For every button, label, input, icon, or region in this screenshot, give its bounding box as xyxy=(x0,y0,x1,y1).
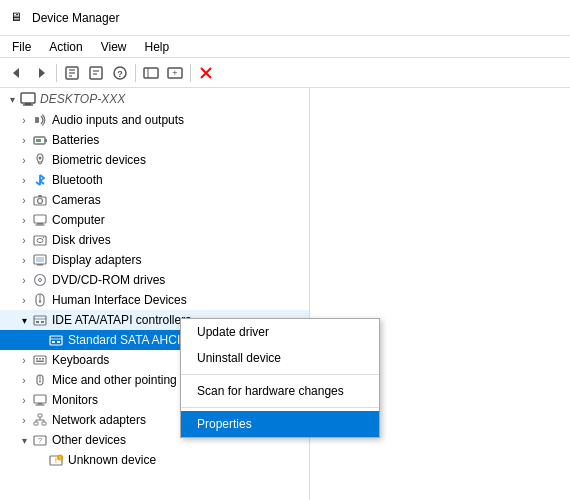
diskdrives-label: Disk drives xyxy=(52,233,111,247)
expand-icon: ▾ xyxy=(16,315,32,326)
expand-icon: › xyxy=(16,155,32,166)
biometric-icon xyxy=(32,152,48,168)
computer-icon xyxy=(32,212,48,228)
context-scan-hardware[interactable]: Scan for hardware changes xyxy=(181,378,379,404)
svg-rect-59 xyxy=(34,395,46,403)
tree-item-displayadapters[interactable]: › Display adapters xyxy=(0,250,309,270)
svg-rect-47 xyxy=(50,336,62,345)
menu-action[interactable]: Action xyxy=(41,39,90,55)
tree-item-batteries[interactable]: › Batteries xyxy=(0,130,309,150)
keyboards-label: Keyboards xyxy=(52,353,109,367)
expand-icon: › xyxy=(16,395,32,406)
svg-point-32 xyxy=(37,239,43,243)
batteries-icon xyxy=(32,132,48,148)
ide-icon xyxy=(32,312,48,328)
svg-point-33 xyxy=(43,237,45,239)
svg-point-58 xyxy=(39,381,41,383)
expand-icon: › xyxy=(16,255,32,266)
audio-label: Audio inputs and outputs xyxy=(52,113,184,127)
tree-item-dvdrom[interactable]: › DVD/CD-ROM drives xyxy=(0,270,309,290)
title-bar: 🖥 Device Manager xyxy=(0,0,570,36)
tree-panel[interactable]: ▾ DESKTOP-XXX › Audio inputs xyxy=(0,88,310,500)
svg-rect-20 xyxy=(35,117,39,123)
svg-rect-46 xyxy=(41,321,44,323)
expand-icon: › xyxy=(16,115,32,126)
svg-rect-35 xyxy=(37,264,43,266)
tree-item-hid[interactable]: › Human Interface Devices xyxy=(0,290,309,310)
svg-rect-54 xyxy=(42,358,44,360)
tree-item-bluetooth[interactable]: › Bluetooth xyxy=(0,170,309,190)
svg-rect-64 xyxy=(42,422,46,425)
expand-icon: › xyxy=(16,415,32,426)
tree-item-cameras[interactable]: › Cameras xyxy=(0,190,309,210)
dvdrom-label: DVD/CD-ROM drives xyxy=(52,273,165,287)
menu-view[interactable]: View xyxy=(93,39,135,55)
svg-rect-63 xyxy=(34,422,38,425)
scan-button[interactable] xyxy=(140,62,162,84)
svg-rect-51 xyxy=(34,356,46,364)
update-button[interactable] xyxy=(85,62,107,84)
other-label: Other devices xyxy=(52,433,126,447)
expand-icon: › xyxy=(16,215,32,226)
cameras-label: Cameras xyxy=(52,193,101,207)
other-icon: ? xyxy=(32,432,48,448)
svg-rect-11 xyxy=(144,68,158,78)
tree-item-diskdrives[interactable]: › Disk drives xyxy=(0,230,309,250)
svg-rect-43 xyxy=(34,316,46,325)
root-expand-icon: ▾ xyxy=(4,94,20,105)
svg-marker-0 xyxy=(13,68,19,78)
separator-2 xyxy=(135,64,136,82)
menu-bar: File Action View Help xyxy=(0,36,570,58)
add-button[interactable]: + xyxy=(164,62,186,84)
expand-icon: › xyxy=(16,275,32,286)
context-uninstall-device[interactable]: Uninstall device xyxy=(181,345,379,371)
help-button[interactable]: ? xyxy=(109,62,131,84)
svg-text:?: ? xyxy=(117,69,123,79)
tree-item-unknown[interactable]: ! ! Unknown device xyxy=(0,450,309,470)
network-label: Network adapters xyxy=(52,413,146,427)
computer-root-icon xyxy=(20,91,36,107)
back-button[interactable] xyxy=(6,62,28,84)
displayadapters-icon xyxy=(32,252,48,268)
svg-rect-50 xyxy=(57,341,60,343)
context-update-driver[interactable]: Update driver xyxy=(181,319,379,345)
dvdrom-icon xyxy=(32,272,48,288)
svg-point-38 xyxy=(39,279,42,282)
menu-help[interactable]: Help xyxy=(137,39,178,55)
svg-rect-28 xyxy=(34,215,46,223)
context-menu: Update driver Uninstall device Scan for … xyxy=(180,318,380,438)
ide-label: IDE ATA/ATAPI controllers xyxy=(52,313,191,327)
remove-button[interactable] xyxy=(195,62,217,84)
computer-label: Computer xyxy=(52,213,105,227)
network-icon xyxy=(32,412,48,428)
tree-item-biometric[interactable]: › Biometric devices xyxy=(0,150,309,170)
toolbar: ? + xyxy=(0,58,570,88)
svg-rect-53 xyxy=(39,358,41,360)
keyboards-icon xyxy=(32,352,48,368)
separator-1 xyxy=(56,64,57,82)
hid-label: Human Interface Devices xyxy=(52,293,187,307)
svg-rect-17 xyxy=(21,93,35,103)
displayadapters-label: Display adapters xyxy=(52,253,141,267)
svg-rect-62 xyxy=(38,414,42,417)
audio-icon xyxy=(32,112,48,128)
tree-item-computer[interactable]: › Computer xyxy=(0,210,309,230)
context-separator-2 xyxy=(181,407,379,408)
diskdrives-icon xyxy=(32,232,48,248)
menu-file[interactable]: File xyxy=(4,39,39,55)
forward-button[interactable] xyxy=(30,62,52,84)
svg-point-39 xyxy=(35,275,46,286)
tree-root[interactable]: ▾ DESKTOP-XXX xyxy=(0,88,309,110)
tree-item-audio[interactable]: › Audio inputs and outputs xyxy=(0,110,309,130)
hid-icon xyxy=(32,292,48,308)
unknown-label: Unknown device xyxy=(68,453,156,467)
expand-icon: › xyxy=(16,295,32,306)
bluetooth-label: Bluetooth xyxy=(52,173,103,187)
svg-text:!: ! xyxy=(55,457,57,464)
svg-rect-6 xyxy=(90,67,102,79)
context-properties[interactable]: Properties xyxy=(181,411,379,437)
svg-rect-23 xyxy=(36,139,41,142)
svg-rect-36 xyxy=(36,257,44,262)
properties-button[interactable] xyxy=(61,62,83,84)
main-content: ▾ DESKTOP-XXX › Audio inputs xyxy=(0,88,570,500)
